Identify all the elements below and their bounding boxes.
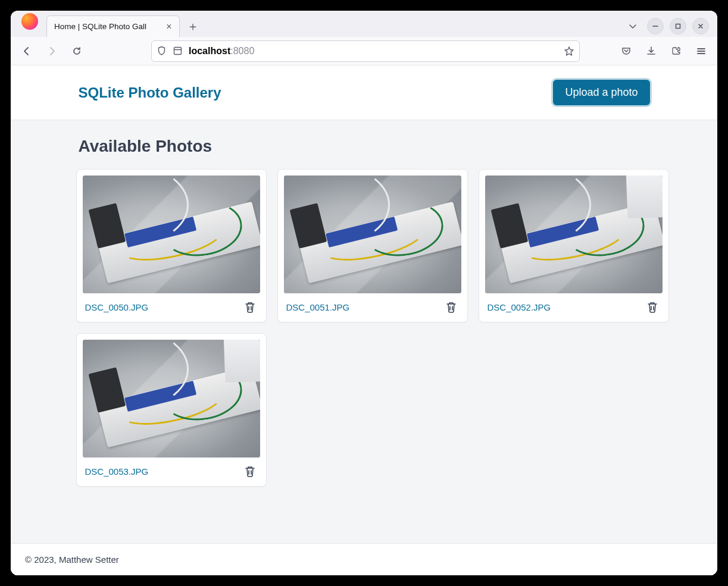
close-window-button[interactable] [692, 18, 709, 35]
photo-card: DSC_0050.JPG [76, 169, 267, 322]
site-header: SQLite Photo Gallery Upload a photo [11, 65, 717, 120]
photo-filename-link[interactable]: DSC_0053.JPG [85, 466, 149, 477]
copyright-text: © 2023, Matthew Setter [25, 554, 119, 565]
app-menu-icon[interactable] [691, 41, 711, 61]
browser-window: Home | SQLite Photo Gall × ＋ [11, 11, 717, 575]
tabs-row: Home | SQLite Photo Gall × ＋ [46, 11, 202, 37]
browser-tab[interactable]: Home | SQLite Photo Gall × [46, 15, 180, 37]
photo-filename-link[interactable]: DSC_0051.JPG [286, 302, 350, 312]
firefox-logo-icon [21, 13, 38, 30]
photo-card: DSC_0053.JPG [76, 333, 267, 487]
tab-strip: Home | SQLite Photo Gall × ＋ [11, 11, 717, 37]
photo-card: DSC_0051.JPG [277, 169, 468, 322]
list-tabs-button[interactable] [624, 18, 641, 35]
svg-rect-2 [174, 48, 182, 55]
site-info-icon[interactable] [173, 46, 183, 56]
delete-photo-icon[interactable] [645, 299, 660, 315]
shield-icon[interactable] [157, 46, 167, 56]
photo-thumbnail[interactable] [83, 176, 260, 293]
svg-rect-1 [676, 24, 680, 29]
downloads-icon[interactable] [641, 41, 661, 61]
browser-toolbar: localhost:8080 [11, 37, 717, 65]
delete-photo-icon[interactable] [443, 299, 459, 315]
reload-button[interactable] [67, 41, 87, 61]
extensions-icon[interactable] [666, 41, 686, 61]
delete-photo-icon[interactable] [242, 463, 258, 479]
photo-thumbnail[interactable] [284, 176, 461, 293]
desktop-frame: Home | SQLite Photo Gall × ＋ [0, 0, 728, 586]
section-title: Available Photos [76, 137, 652, 156]
upload-photo-button[interactable]: Upload a photo [553, 80, 649, 105]
photo-card: DSC_0052.JPG [479, 169, 669, 322]
url-security-icons [157, 46, 183, 56]
url-host: localhost [189, 46, 230, 56]
forward-button[interactable] [42, 41, 62, 61]
tab-strip-right [624, 18, 713, 37]
delete-photo-icon[interactable] [242, 299, 258, 315]
photo-thumbnail[interactable] [83, 340, 260, 457]
minimize-window-button[interactable] [647, 18, 664, 35]
site-brand[interactable]: SQLite Photo Gallery [79, 84, 221, 101]
photo-thumbnail[interactable] [485, 176, 663, 293]
bookmark-star-icon[interactable] [564, 46, 574, 57]
tab-title: Home | SQLite Photo Gall [54, 22, 159, 31]
back-button[interactable] [17, 41, 37, 61]
page-viewport: SQLite Photo Gallery Upload a photo Avai… [11, 65, 717, 575]
url-port: :8080 [230, 46, 254, 56]
site-footer: © 2023, Matthew Setter [11, 543, 717, 575]
new-tab-button[interactable]: ＋ [183, 17, 202, 36]
main-content: Available Photos DSC_0050.JPGDSC_0051.JP… [11, 120, 717, 543]
close-tab-icon[interactable]: × [164, 21, 174, 32]
photo-grid: DSC_0050.JPGDSC_0051.JPGDSC_0052.JPGDSC_… [76, 169, 652, 487]
photo-filename-link[interactable]: DSC_0052.JPG [488, 302, 551, 312]
url-text: localhost:8080 [189, 46, 558, 57]
address-bar[interactable]: localhost:8080 [151, 40, 580, 62]
maximize-window-button[interactable] [670, 18, 686, 35]
photo-filename-link[interactable]: DSC_0050.JPG [85, 302, 149, 312]
pocket-icon[interactable] [616, 41, 636, 61]
